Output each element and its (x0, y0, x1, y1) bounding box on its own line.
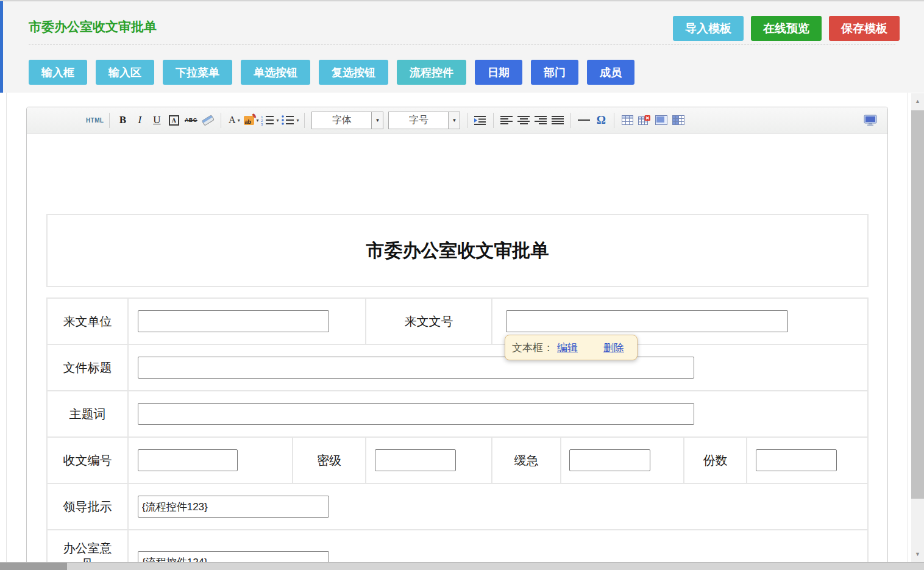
toolbar-separator (109, 113, 110, 128)
table-row: 文件标题 (48, 345, 867, 391)
svg-text:3: 3 (261, 123, 263, 126)
form-table: 来文单位 来文文号 文件标题 (46, 297, 869, 570)
left-edge-sliver (0, 1, 3, 93)
cell (129, 484, 867, 529)
unordered-list-button[interactable]: ▾ (281, 112, 299, 129)
form-title-cell: 市委办公室收文审批单 (46, 214, 869, 287)
label-subject-words: 主题词 (48, 391, 129, 436)
subject-words-input[interactable] (138, 403, 694, 425)
control-flow-widget-button[interactable]: 流程控件 (397, 60, 466, 85)
leader-instructions-input[interactable] (138, 496, 329, 518)
chevron-down-icon[interactable]: ▼ (371, 112, 383, 129)
font-family-select[interactable]: 字体 ▼ (311, 112, 383, 129)
chevron-down-icon: ▾ (276, 118, 279, 123)
delete-table-button[interactable] (637, 112, 652, 129)
receive-number-input[interactable] (138, 449, 238, 471)
align-justify-button[interactable] (550, 112, 565, 129)
font-size-select[interactable]: 字号 ▼ (388, 112, 460, 129)
table-columns-icon (672, 115, 684, 125)
control-checkbox-button[interactable]: 复选按钮 (319, 60, 388, 85)
align-center-button[interactable] (516, 112, 531, 129)
chevron-down-icon: ▾ (256, 118, 258, 123)
vertical-scrollbar[interactable]: ▲ ▼ (911, 93, 924, 562)
cell (129, 299, 366, 344)
editor-toolbar: HTML B I U A ABC A▾ ab✎▾ (27, 107, 887, 134)
scrollbar-down-arrow[interactable]: ▼ (911, 547, 924, 561)
secrecy-level-input[interactable] (375, 449, 456, 471)
label-urgency: 缓急 (492, 438, 561, 483)
table-row: 收文编号 密级 缓急 份数 (48, 438, 867, 484)
bold-icon: B (119, 114, 126, 126)
underline-icon: U (153, 114, 160, 126)
italic-button[interactable]: I (132, 112, 147, 129)
control-date-button[interactable]: 日期 (475, 60, 522, 85)
online-preview-button[interactable]: 在线预览 (751, 16, 822, 41)
cell (129, 345, 867, 390)
omega-icon: Ω (597, 113, 606, 127)
bottom-window-edge (0, 562, 924, 570)
align-right-button[interactable] (533, 112, 548, 129)
cell (366, 438, 492, 483)
eraser-icon (201, 115, 215, 126)
import-template-button[interactable]: 导入模板 (673, 16, 744, 41)
tooltip-delete-link[interactable]: 删除 (603, 341, 624, 355)
form-title: 市委办公室收文审批单 (366, 238, 549, 263)
highlight-color-button[interactable]: ab✎▾ (244, 112, 258, 129)
source-unit-input[interactable] (138, 310, 329, 332)
content-panel: HTML B I U A ABC A▾ ab✎▾ (6, 93, 908, 570)
label-receive-number: 收文编号 (48, 438, 129, 483)
special-char-button[interactable]: Ω (594, 112, 608, 129)
horizontal-rule-button[interactable] (577, 112, 591, 129)
source-doc-number-input[interactable] (506, 310, 788, 332)
align-justify-icon (552, 116, 564, 124)
font-color-button[interactable]: A▾ (227, 112, 241, 129)
top-actions: 导入模板 在线预览 保存模板 (673, 16, 900, 41)
table-icon (622, 115, 633, 125)
urgency-input[interactable] (569, 449, 650, 471)
page: 市委办公室收文审批单 导入模板 在线预览 保存模板 输入框 输入区 下拉菜单 单… (0, 0, 924, 570)
scrollbar-thumb[interactable] (911, 110, 924, 499)
copies-count-input[interactable] (756, 449, 837, 471)
font-color-icon: A (229, 115, 236, 126)
scrollbar-up-arrow[interactable]: ▲ (911, 93, 924, 109)
toolbar-separator (304, 113, 305, 128)
table-props-button[interactable] (671, 112, 686, 129)
control-department-button[interactable]: 部门 (531, 60, 578, 85)
save-template-button[interactable]: 保存模板 (829, 16, 900, 41)
tooltip-label: 文本框： (512, 341, 553, 355)
toolbar-separator (493, 113, 494, 128)
control-input-box-button[interactable]: 输入框 (29, 60, 87, 85)
ordered-list-icon: 1 2 3 (261, 115, 274, 126)
font-size-value: 字号 (389, 114, 448, 127)
control-input-area-button[interactable]: 输入区 (96, 60, 154, 85)
control-radio-button[interactable]: 单选按钮 (241, 60, 310, 85)
panel-icon (655, 115, 667, 125)
bold-button[interactable]: B (115, 112, 130, 129)
fullscreen-button[interactable] (863, 112, 878, 129)
tooltip-edit-link[interactable]: 编辑 (557, 341, 578, 355)
indent-icon (474, 115, 486, 126)
label-secrecy-level: 密级 (293, 438, 366, 483)
cell-merge-button[interactable] (654, 112, 669, 129)
remove-format-button[interactable] (201, 112, 215, 129)
control-member-button[interactable]: 成员 (587, 60, 634, 85)
underline-button[interactable]: U (149, 112, 164, 129)
toolbar-separator (570, 113, 571, 128)
align-center-icon (517, 116, 530, 124)
editor-document[interactable]: 市委办公室收文审批单 来文单位 来文文号 (27, 134, 887, 570)
align-left-button[interactable] (499, 112, 514, 129)
label-source-unit: 来文单位 (48, 299, 129, 344)
font-family-value: 字体 (312, 114, 371, 127)
table-row: 主题词 (48, 391, 867, 438)
chevron-down-icon: ▾ (296, 118, 299, 123)
ordered-list-button[interactable]: 1 2 3 ▾ (261, 112, 279, 129)
monitor-icon (864, 115, 877, 126)
insert-table-button[interactable] (620, 112, 634, 129)
control-dropdown-button[interactable]: 下拉菜单 (163, 60, 232, 85)
strikethrough-button[interactable]: ABC (183, 112, 198, 129)
html-source-button[interactable]: HTML (86, 112, 104, 129)
bordered-text-button[interactable]: A (166, 112, 181, 129)
chevron-down-icon[interactable]: ▼ (448, 112, 460, 129)
indent-button[interactable] (473, 112, 488, 129)
pencil-icon: ✎ (251, 112, 257, 119)
